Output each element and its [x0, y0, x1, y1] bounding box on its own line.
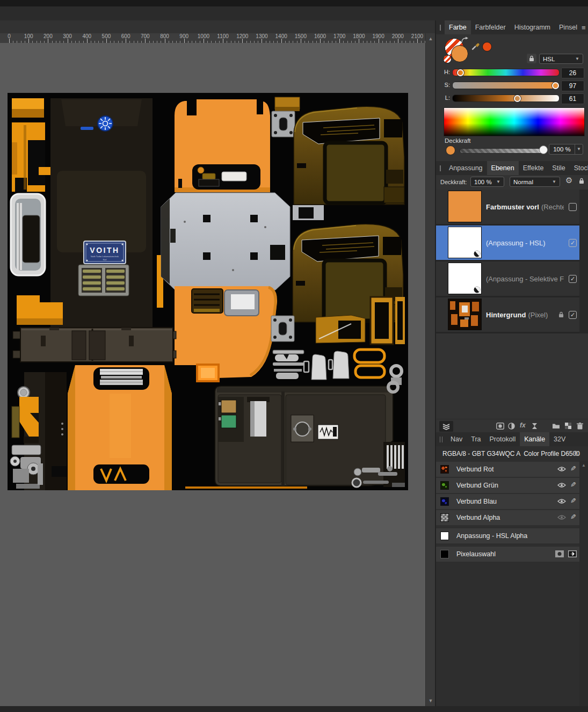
- tab-pinsel[interactable]: Pinsel: [555, 20, 582, 34]
- gear-icon[interactable]: ⚙: [565, 176, 572, 185]
- hue-knob[interactable]: [457, 69, 464, 76]
- color-spectrum[interactable]: [444, 107, 585, 136]
- saturation-knob[interactable]: [552, 82, 559, 89]
- layers-scrollbar-gutter[interactable]: [579, 190, 588, 333]
- layer-row-anpassung-hsl[interactable]: (Anpassung - HSL): [436, 226, 579, 260]
- pencil-icon[interactable]: ✎: [570, 464, 576, 473]
- pencil-icon[interactable]: ✎: [570, 513, 576, 521]
- layer-row-hintergrund[interactable]: Hintergrund(Pixel): [436, 297, 579, 332]
- eye-icon[interactable]: [557, 514, 566, 520]
- tab-effekte[interactable]: Effekte: [519, 161, 548, 175]
- panel-menu-icon[interactable]: ≡: [582, 24, 588, 32]
- color-mode-select[interactable]: HSL▼: [539, 54, 583, 64]
- eye-icon[interactable]: [557, 482, 566, 488]
- pencil-icon[interactable]: ✎: [570, 481, 576, 489]
- fill-color-swatch[interactable]: [451, 45, 468, 62]
- layer-opacity-select[interactable]: 100 %▼: [470, 177, 504, 187]
- eye-icon[interactable]: [557, 466, 566, 472]
- fx-layer-icon[interactable]: fx: [520, 422, 526, 429]
- layer-thumbnail[interactable]: [448, 227, 482, 258]
- panel-grip-icon[interactable]: [440, 165, 441, 171]
- tab-histogramm[interactable]: Histogramm: [510, 20, 555, 34]
- scroll-up-icon[interactable]: ▲: [426, 34, 435, 43]
- checkerboard-icon[interactable]: [565, 423, 571, 429]
- swap-colors-icon[interactable]: [461, 37, 469, 43]
- eye-icon[interactable]: [557, 498, 566, 504]
- saturation-slider[interactable]: [452, 82, 560, 89]
- selection-circle-icon[interactable]: [555, 550, 564, 557]
- channels-scrollbar-gutter[interactable]: [579, 461, 588, 706]
- tab-stile[interactable]: Stile: [548, 161, 569, 175]
- tab-tra[interactable]: Tra: [467, 432, 485, 446]
- layer-visibility-checkbox[interactable]: [569, 203, 577, 211]
- eyedropper-icon[interactable]: [470, 41, 480, 50]
- lightness-value[interactable]: 61: [561, 93, 584, 104]
- tab-farbe[interactable]: Farbe: [445, 20, 471, 34]
- layer-visibility-checkbox[interactable]: [569, 275, 577, 283]
- layer-visibility-checkbox[interactable]: [569, 311, 577, 319]
- panel-grip-icon[interactable]: [440, 25, 441, 31]
- layer-row-farbmuster[interactable]: Farbmuster vorl(Rechte…: [436, 190, 579, 224]
- panel-grip-icon[interactable]: [440, 437, 442, 442]
- trash-icon[interactable]: [577, 423, 583, 430]
- svg-text:Kiel: Kiel: [103, 258, 107, 261]
- channels-header: RGBA/8 - GBT G34WQC A Color Profile D650…: [436, 446, 588, 462]
- tab-32v[interactable]: 32V: [549, 432, 570, 446]
- svg-text:Voith Turbo Lokomotivtechnik: Voith Turbo Lokomotivtechnik: [91, 255, 119, 258]
- opacity-slider[interactable]: [460, 148, 544, 154]
- picked-color-swatch[interactable]: [482, 42, 492, 52]
- selection-contrast-icon[interactable]: [568, 550, 577, 557]
- opacity-knob[interactable]: [539, 146, 548, 154]
- tab-nav[interactable]: Nav: [446, 432, 467, 446]
- lightness-slider[interactable]: [452, 95, 560, 102]
- lightness-knob[interactable]: [514, 95, 521, 102]
- pencil-icon[interactable]: ✎: [570, 497, 576, 505]
- scroll-down-icon[interactable]: ▼: [426, 696, 435, 705]
- blend-mode-select[interactable]: Normal▼: [510, 177, 560, 187]
- channel-row-rot[interactable]: Verbund Rot ✎: [436, 462, 579, 477]
- opacity-color-dot: [446, 146, 455, 155]
- channels-panel-tabbar: Nav Tra Protokoll Kanäle 32V: [436, 432, 588, 446]
- tab-anpassung[interactable]: Anpassung: [445, 161, 487, 175]
- tab-stock[interactable]: Stock: [570, 161, 588, 175]
- hue-slider-row: H: 26: [436, 69, 588, 76]
- layer-thumbnail[interactable]: [448, 191, 482, 222]
- tab-protokoll[interactable]: Protokoll: [485, 432, 520, 446]
- svg-text:VOITH: VOITH: [90, 246, 119, 255]
- hue-slider[interactable]: [452, 69, 560, 76]
- layer-thumbnail[interactable]: [448, 263, 482, 294]
- channel-thumbnail: [440, 513, 449, 522]
- hue-value[interactable]: 26: [561, 68, 584, 78]
- chevron-down-icon: ▼: [573, 56, 579, 61]
- scroll-up-icon[interactable]: ▲: [579, 463, 588, 468]
- saturation-value[interactable]: 97: [561, 81, 584, 91]
- channel-thumbnail: [440, 550, 449, 558]
- opacity-value[interactable]: 100 % ▼: [549, 144, 583, 155]
- layer-thumbnail[interactable]: [448, 299, 482, 330]
- layer-lock-icon: [558, 311, 564, 318]
- canvas-viewport[interactable]: VOITH Voith Turbo Lokomotivtechnik Kiel: [0, 43, 425, 706]
- channel-row-hsl-alpha[interactable]: Anpassung - HSL Alpha: [436, 528, 579, 543]
- folder-icon[interactable]: [552, 423, 560, 429]
- color-lock-button[interactable]: [527, 54, 536, 63]
- adjustment-layer-icon[interactable]: [508, 423, 515, 430]
- live-filter-icon[interactable]: [532, 423, 538, 430]
- right-panel: Farbe Farbfelder Histogramm Pinsel ≡ HSL…: [435, 20, 588, 706]
- tab-ebenen[interactable]: Ebenen: [487, 161, 519, 175]
- lock-icon[interactable]: [579, 178, 584, 184]
- channel-row-blau[interactable]: Verbund Blau ✎: [436, 494, 579, 509]
- layers-stack-button[interactable]: [439, 421, 453, 432]
- canvas-vertical-scrollbar[interactable]: ▲ ▼: [425, 33, 435, 706]
- mask-layer-icon[interactable]: [496, 423, 504, 430]
- tab-kanaele[interactable]: Kanäle: [520, 432, 549, 446]
- lightness-slider-row: L: 61: [436, 95, 588, 102]
- channel-row-pixelauswahl[interactable]: Pixelauswahl: [436, 547, 579, 562]
- tab-farbfelder[interactable]: Farbfelder: [471, 20, 510, 34]
- channel-row-gruen[interactable]: Verbund Grün ✎: [436, 478, 579, 493]
- channel-row-alpha[interactable]: Verbund Alpha ✎: [436, 510, 579, 525]
- layer-row-anpassung-selektive[interactable]: (Anpassung - Selektive Fa…: [436, 261, 579, 296]
- voith-plate: VOITH Voith Turbo Lokomotivtechnik Kiel: [84, 241, 126, 264]
- secondary-stroke-swatch[interactable]: [443, 55, 452, 63]
- reset-icon[interactable]: ↻: [574, 449, 580, 459]
- layer-visibility-checkbox[interactable]: [569, 239, 577, 247]
